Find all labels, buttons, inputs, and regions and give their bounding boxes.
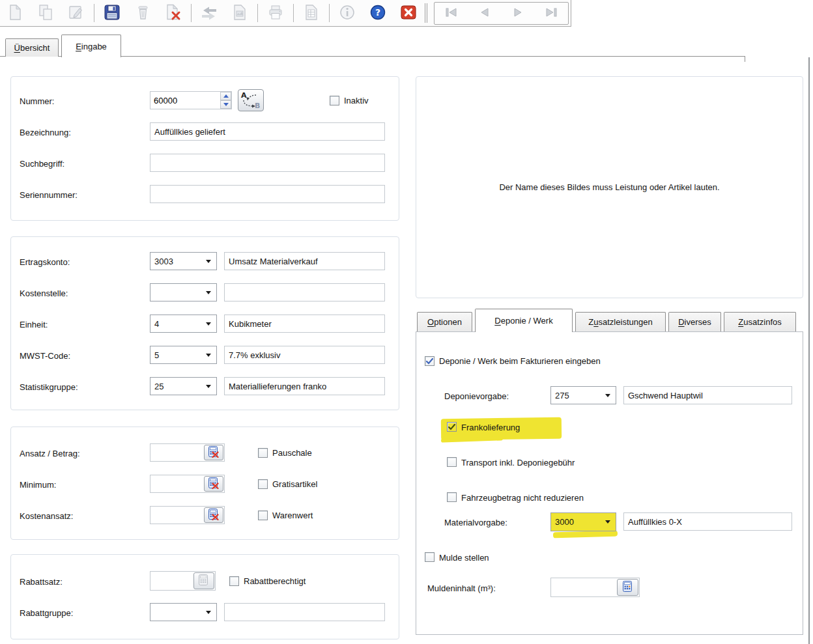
tab-diverses-label: Diverses [678, 317, 711, 327]
ertragskonto-label: Ertragskonto: [20, 257, 70, 267]
frankolieferung-checkbox-label[interactable]: Frankolieferung [461, 423, 520, 432]
materialvorgabe-text[interactable] [623, 512, 792, 531]
einheit-label: Einheit: [20, 320, 48, 329]
tab-optionen-label: Optionen [427, 317, 462, 327]
minimum-calculator-button[interactable] [204, 476, 223, 492]
spin-down-button[interactable] [220, 100, 231, 109]
inaktiv-checkbox[interactable] [330, 96, 339, 105]
gratisartikel-checkbox-label[interactable]: Gratisartikel [272, 479, 317, 489]
ertragskonto-combo[interactable]: 3003 [150, 252, 217, 270]
help-button[interactable]: ? [369, 3, 387, 23]
delete-button[interactable] [164, 3, 182, 23]
record-navigation-group [434, 2, 569, 25]
gratisartikel-checkbox[interactable] [258, 479, 268, 489]
new-document-icon [7, 4, 23, 23]
statistikgruppe-text[interactable] [224, 377, 385, 395]
edit-button[interactable] [67, 3, 85, 23]
ertragskonto-text[interactable] [224, 252, 385, 270]
mwst-code-text[interactable] [224, 346, 385, 364]
warenwert-checkbox-label[interactable]: Warenwert [272, 511, 313, 520]
kostenansatz-calculator-button[interactable] [204, 507, 223, 523]
mulde-stellen-checkbox[interactable] [425, 552, 435, 562]
svg-text:?: ? [375, 7, 380, 18]
nav-next-icon [513, 7, 523, 20]
revert-button[interactable] [134, 3, 152, 23]
print-button[interactable] [266, 3, 285, 23]
minimum-input[interactable] [150, 479, 204, 489]
suchbegriff-input[interactable] [150, 154, 385, 172]
fakturieren-checkbox-label[interactable]: Deponie / Werk beim Fakturieren eingeben [439, 356, 601, 366]
save-button[interactable] [103, 3, 121, 23]
statistikgruppe-combo[interactable]: 25 [150, 377, 217, 395]
ansatz-betrag-input[interactable] [150, 448, 204, 458]
einheit-combo[interactable]: 4 [150, 315, 217, 333]
mwst-code-value: 5 [150, 350, 206, 360]
report-button[interactable] [231, 3, 249, 23]
deponievorgabe-label: Deponievorgabe: [444, 391, 509, 401]
kostenansatz-input[interactable] [150, 511, 204, 520]
rabattsatz-calculator-button[interactable] [193, 572, 214, 589]
bezeichnung-input[interactable] [150, 122, 385, 141]
seriennummer-input[interactable] [150, 185, 385, 203]
nummer-spinner [150, 91, 232, 109]
kostenstelle-text[interactable] [224, 283, 385, 301]
nav-next-button[interactable] [509, 3, 527, 23]
pauschale-checkbox[interactable] [258, 448, 268, 458]
toolbar-separator [94, 4, 94, 22]
ansatz-calculator-button[interactable] [204, 445, 223, 460]
fahrzeugbetrag-checkbox[interactable] [447, 492, 457, 502]
transport-checkbox[interactable] [447, 457, 457, 467]
inaktiv-checkbox-label[interactable]: Inaktiv [344, 96, 369, 105]
seriennummer-label: Seriennummer: [20, 190, 78, 200]
rabattberechtigt-checkbox[interactable] [229, 576, 239, 586]
materialvorgabe-combo[interactable]: 3000 [550, 512, 616, 531]
tab-zusatzleistungen[interactable]: Zusatzleistungen [575, 312, 666, 331]
nummer-input[interactable] [150, 92, 220, 109]
rabattberechtigt-checkbox-label[interactable]: Rabattberechtigt [244, 576, 306, 586]
tab-zusatzinfos[interactable]: Zusatzinfos [724, 312, 796, 331]
deponievorgabe-combo[interactable]: 275 [550, 386, 616, 404]
nav-first-icon [445, 7, 458, 20]
save-icon [104, 4, 121, 23]
einheit-text[interactable] [224, 315, 385, 333]
muldeninhalt-input[interactable] [551, 583, 617, 593]
tab-eingabe[interactable]: Eingabe [61, 35, 121, 57]
nav-last-button[interactable] [542, 3, 560, 23]
calculator-icon [623, 581, 633, 595]
fahrzeugbetrag-checkbox-label[interactable]: Fahrzeugbetrag nicht reduzieren [461, 493, 584, 503]
tab-optionen[interactable]: Optionen [417, 312, 472, 331]
transfer-button[interactable] [200, 3, 218, 23]
nav-previous-button[interactable] [476, 3, 494, 23]
rabattsatz-input[interactable] [150, 576, 193, 586]
warenwert-checkbox[interactable] [258, 511, 268, 520]
frankolieferung-checkbox[interactable] [447, 422, 457, 432]
kostenansatz-label: Kostenansatz: [20, 511, 73, 521]
print-icon [267, 4, 284, 23]
chevron-down-icon [206, 291, 211, 294]
new-button[interactable] [6, 3, 24, 23]
copy-button[interactable] [36, 3, 55, 23]
rabattgruppe-combo[interactable] [150, 603, 217, 621]
a-to-b-arrows-icon: AB [240, 90, 262, 111]
copy-icon [38, 4, 53, 23]
renumber-button[interactable]: AB [238, 89, 264, 111]
tab-deponie-werk[interactable]: Deponie / Werk [475, 309, 573, 332]
transport-checkbox-label[interactable]: Transport inkl. Deponiegebühr [461, 458, 575, 468]
kostenstelle-combo[interactable] [150, 283, 217, 301]
calculator-delete-icon [208, 446, 219, 460]
fakturieren-checkbox[interactable] [425, 356, 435, 366]
list-button[interactable] [302, 3, 321, 23]
calculator-delete-icon [208, 509, 219, 522]
tab-uebersicht[interactable]: Übersicht [5, 38, 59, 57]
spin-up-button[interactable] [220, 92, 231, 100]
close-button[interactable] [399, 3, 418, 23]
pauschale-checkbox-label[interactable]: Pauschale [272, 448, 312, 458]
rabattgruppe-text[interactable] [224, 603, 385, 621]
info-button[interactable] [338, 3, 356, 23]
tab-diverses[interactable]: Diverses [668, 312, 721, 331]
mwst-code-combo[interactable]: 5 [150, 346, 217, 364]
nav-first-button[interactable] [442, 3, 461, 23]
muldeninhalt-calculator-button[interactable] [617, 579, 638, 596]
mulde-stellen-checkbox-label[interactable]: Mulde stellen [439, 553, 489, 563]
deponievorgabe-text[interactable] [623, 386, 792, 404]
